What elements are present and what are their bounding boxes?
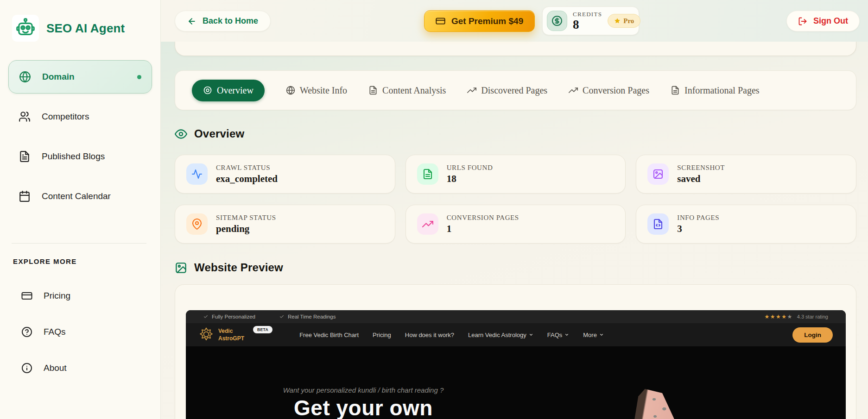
explore-more-heading: EXPLORE MORE [13,257,160,265]
stat-texts: SITEMAP STATUS pending [216,214,276,235]
file-text-icon [671,86,680,95]
credit-card-icon [21,290,33,301]
sidebar-item-content-calendar[interactable]: Content Calendar [8,180,152,213]
content-area: Overview Website Info Content Analysis [161,42,868,419]
get-premium-label: Get Premium $49 [451,16,523,26]
rating-text: 4.3 star rating [797,314,828,319]
dollar-coin-icon [547,11,567,31]
tab-content-analysis[interactable]: Content Analysis [368,85,446,96]
tab-discovered-pages[interactable]: Discovered Pages [467,85,547,96]
back-to-home-button[interactable]: Back to Home [175,11,271,31]
chevron-down-icon [529,332,533,337]
overview-section-header: Overview [175,127,856,140]
site-link-label: How does it work? [405,331,454,338]
globe-icon [286,86,295,95]
stat-value: 18 [447,173,493,185]
stat-card-sitemap-status: SITEMAP STATUS pending [175,205,395,244]
app-logo: SEO AI Agent [0,14,160,43]
site-link-birth-chart[interactable]: Free Vedic Birth Chart [299,331,359,338]
credits-value: 8 [573,18,602,31]
site-link-faqs[interactable]: FAQs [547,331,570,338]
sidebar-item-about[interactable]: About [8,353,152,383]
tab-overview[interactable]: Overview [192,80,265,101]
overview-stats-grid: CRAWL STATUS exa_completed URLS FOUND 18 [175,155,856,244]
sign-out-label: Sign Out [813,16,848,26]
explore-list: Pricing FAQs About [0,281,160,383]
overview-title: Overview [194,127,244,140]
website-preview-title: Website Preview [194,261,283,274]
map-pin-icon [186,213,208,235]
users-icon [19,111,31,123]
site-feature-label: Fully Personalized [212,314,255,319]
site-link-how-it-works[interactable]: How does it work? [405,331,454,338]
site-login-button[interactable]: Login [792,327,833,343]
sidebar-item-label: Published Blogs [42,151,105,162]
site-hero-title: Get your own [259,395,468,419]
tab-conversion-pages[interactable]: Conversion Pages [569,85,649,96]
pro-badge[interactable]: Pro [608,14,640,28]
file-code-icon [647,213,669,235]
site-feature: Real Time Readings [279,314,336,319]
sidebar-item-faqs[interactable]: FAQs [8,317,152,347]
site-announcement-bar: Fully Personalized Real Time Readings ★★… [186,310,846,323]
image-icon [175,262,187,274]
scrolled-card-remnant [175,42,856,56]
stat-texts: SCREENSHOT saved [677,164,725,185]
beta-badge: BETA [253,326,272,333]
sidebar-item-label: Content Calendar [42,191,111,201]
credit-card-icon [436,16,445,26]
tab-label: Content Analysis [382,85,446,96]
sidebar-item-pricing[interactable]: Pricing [8,281,152,311]
chevron-down-icon [564,332,569,337]
tab-informational-pages[interactable]: Informational Pages [671,85,760,96]
robot-logo-icon [12,15,39,42]
sign-out-button[interactable]: Sign Out [786,11,860,31]
stat-texts: CONVERSION PAGES 1 [447,214,519,235]
sidebar-item-competitors[interactable]: Competitors [8,100,152,133]
site-link-more[interactable]: More [583,331,604,338]
stat-texts: INFO PAGES 3 [677,214,719,235]
stat-label: CONVERSION PAGES [447,214,519,222]
stat-label: URLS FOUND [447,164,493,172]
stat-card-info-pages: INFO PAGES 3 [636,205,856,244]
stat-card-screenshot: SCREENSHOT saved [636,155,856,194]
check-icon [203,314,208,319]
sidebar-item-label: About [44,363,67,373]
stat-value: pending [216,223,276,235]
tab-website-info[interactable]: Website Info [286,85,347,96]
site-screenshot: Fully Personalized Real Time Readings ★★… [186,310,846,419]
tarot-cards-image [632,389,683,419]
stat-label: CRAWL STATUS [216,164,278,172]
info-circle-icon [21,363,33,374]
sidebar-item-published-blogs[interactable]: Published Blogs [8,140,152,173]
pro-badge-label: Pro [623,17,634,25]
stat-texts: URLS FOUND 18 [447,164,493,185]
calendar-icon [19,190,31,202]
site-navbar: Vedic AstroGPT BETA Free Vedic Birth Cha… [186,323,846,346]
star-icon [614,18,621,24]
credits-label: CREDITS [573,11,602,18]
stat-label: INFO PAGES [677,214,719,222]
site-logo[interactable]: Vedic AstroGPT BETA [199,327,272,342]
tab-label: Overview [217,85,253,96]
site-link-learn-astrology[interactable]: Learn Vedic Astrology [468,331,533,338]
stat-value: 1 [447,223,519,235]
active-indicator-dot [137,75,141,79]
stat-value: exa_completed [216,173,278,185]
site-link-label: FAQs [547,331,563,338]
sidebar-item-label: Competitors [42,112,89,122]
stat-card-crawl-status: CRAWL STATUS exa_completed [175,155,395,194]
app-title: SEO AI Agent [46,21,125,36]
credits-widget: CREDITS 8 Pro [542,6,639,35]
sidebar: SEO AI Agent Domain Competitors Pu [0,0,161,419]
site-link-pricing[interactable]: Pricing [373,331,391,338]
top-bar: Back to Home Get Premium $49 CREDITS 8 [161,0,868,42]
sidebar-item-domain[interactable]: Domain [8,60,152,94]
site-feature: Fully Personalized [203,314,255,319]
site-brand-line2: AstroGPT [218,335,244,343]
sidebar-nav: Domain Competitors Published Blogs Con [0,60,160,213]
site-link-label: Learn Vedic Astrology [468,331,526,338]
site-feature-label: Real Time Readings [288,314,336,319]
get-premium-button[interactable]: Get Premium $49 [424,10,535,32]
stat-label: SITEMAP STATUS [216,214,276,222]
